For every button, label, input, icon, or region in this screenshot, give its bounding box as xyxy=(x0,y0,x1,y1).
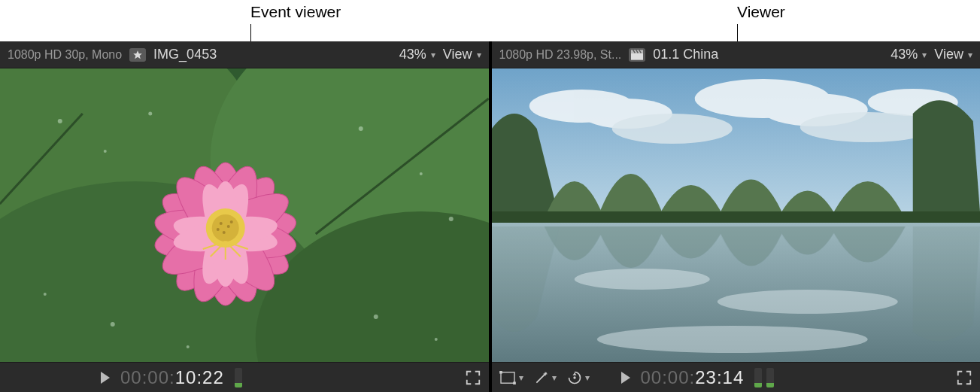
play-button[interactable] xyxy=(621,372,630,384)
viewer-bottombar: ▾ ▾ ▾ 00:00:23:14 xyxy=(492,362,981,392)
event-viewer-toolbar: 1080p HD 30p, Mono IMG_0453 43% ▾ View ▾ xyxy=(0,41,489,68)
audio-meter xyxy=(235,368,242,387)
svg-point-12 xyxy=(44,293,47,296)
svg-point-9 xyxy=(359,126,363,131)
callout-viewer: Viewer xyxy=(737,3,785,21)
chevron-down-icon: ▾ xyxy=(477,50,481,60)
svg-point-37 xyxy=(217,228,220,231)
svg-point-32 xyxy=(212,214,239,242)
svg-point-14 xyxy=(187,345,190,348)
zoom-dropdown[interactable]: 43% ▾ xyxy=(890,47,927,62)
enhancement-tool-dropdown[interactable]: ▾ xyxy=(534,370,557,385)
zoom-dropdown[interactable]: 43% ▾ xyxy=(399,47,435,62)
svg-point-10 xyxy=(420,172,423,175)
format-label: 1080p HD 23.98p, St... xyxy=(499,48,622,62)
callout-label: Viewer xyxy=(737,3,785,20)
format-label: 1080p HD 30p, Mono xyxy=(8,48,122,62)
audio-meter-right xyxy=(766,368,774,387)
timecode-display[interactable]: 00:00:23:14 xyxy=(641,367,745,388)
view-label: View xyxy=(443,47,472,62)
svg-rect-43 xyxy=(631,53,643,59)
timecode-bright: 23:14 xyxy=(695,367,744,388)
viewer-toolbar: 1080p HD 23.98p, St... 01.1 China 43% ▾ … xyxy=(492,41,981,68)
event-viewer-bottombar: 00:00:10:22 xyxy=(0,362,489,392)
svg-point-6 xyxy=(58,119,62,123)
play-button[interactable] xyxy=(101,372,110,384)
clapperboard-icon xyxy=(629,48,645,62)
svg-point-33 xyxy=(220,222,223,225)
viewer-canvas[interactable] xyxy=(492,68,981,362)
retime-tool-dropdown[interactable]: ▾ xyxy=(567,370,590,385)
zoom-value: 43% xyxy=(890,47,918,62)
svg-point-16 xyxy=(435,338,438,341)
svg-point-64 xyxy=(573,376,575,378)
chevron-down-icon: ▾ xyxy=(922,50,927,60)
svg-rect-62 xyxy=(499,371,502,374)
svg-point-34 xyxy=(227,225,230,228)
event-viewer-panel: 1080p HD 30p, Mono IMG_0453 43% ▾ View ▾ xyxy=(0,41,489,392)
svg-marker-0 xyxy=(133,50,142,59)
callout-event-viewer: Event viewer xyxy=(250,3,341,21)
viewer-panel: 1080p HD 23.98p, St... 01.1 China 43% ▾ … xyxy=(492,41,981,392)
favorite-clip-icon xyxy=(129,48,146,62)
zoom-value: 43% xyxy=(399,47,426,62)
audio-meter-left xyxy=(754,368,762,387)
view-dropdown[interactable]: View ▾ xyxy=(443,47,481,62)
svg-point-11 xyxy=(449,217,454,221)
svg-point-15 xyxy=(374,315,378,319)
chevron-down-icon: ▾ xyxy=(519,372,523,383)
timecode-dim: 00:00: xyxy=(120,367,175,388)
annotation-callouts: Event viewer Viewer xyxy=(0,0,980,41)
timecode-bright: 10:22 xyxy=(175,367,224,388)
svg-rect-61 xyxy=(501,372,514,382)
svg-rect-63 xyxy=(513,381,516,384)
chevron-down-icon: ▾ xyxy=(968,50,972,60)
svg-point-58 xyxy=(574,269,709,290)
svg-point-13 xyxy=(111,322,115,327)
svg-point-7 xyxy=(104,150,107,153)
viewer-panels: 1080p HD 30p, Mono IMG_0453 43% ▾ View ▾ xyxy=(0,41,980,392)
chevron-down-icon: ▾ xyxy=(552,372,557,383)
chevron-down-icon: ▾ xyxy=(431,50,435,60)
view-label: View xyxy=(934,47,963,62)
chevron-down-icon: ▾ xyxy=(585,372,590,383)
transform-tool-dropdown[interactable]: ▾ xyxy=(499,371,523,384)
svg-point-60 xyxy=(596,326,867,353)
fullscreen-button[interactable] xyxy=(465,369,481,386)
svg-point-59 xyxy=(717,290,897,314)
timecode-dim: 00:00: xyxy=(641,367,696,388)
svg-point-54 xyxy=(611,114,732,144)
svg-point-8 xyxy=(148,112,152,116)
svg-point-36 xyxy=(230,220,233,223)
clip-name: 01.1 China xyxy=(653,47,718,62)
callout-line xyxy=(250,24,251,41)
svg-point-35 xyxy=(223,231,226,234)
timecode-display[interactable]: 00:00:10:22 xyxy=(120,367,224,388)
view-dropdown[interactable]: View ▾ xyxy=(934,47,972,62)
callout-label: Event viewer xyxy=(250,3,341,20)
fullscreen-button[interactable] xyxy=(956,369,972,386)
event-viewer-canvas[interactable] xyxy=(0,68,489,362)
callout-line xyxy=(737,24,738,41)
clip-name: IMG_0453 xyxy=(153,47,217,62)
